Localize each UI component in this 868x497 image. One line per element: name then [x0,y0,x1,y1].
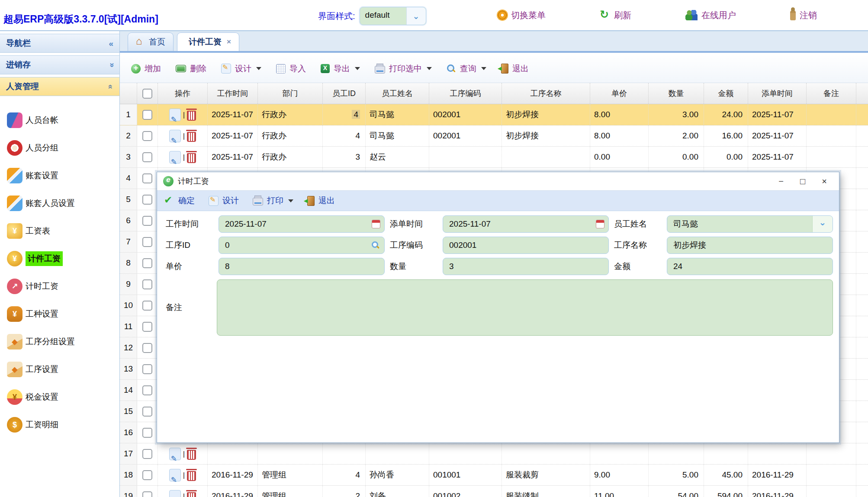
field-input[interactable]: 2025-11-07 [219,215,385,233]
toolbar-button[interactable]: 导入 [276,63,306,74]
row-checkbox[interactable] [142,364,152,374]
delete-icon[interactable] [187,132,196,142]
column-header[interactable]: 部门 [258,83,323,104]
caret-down-icon[interactable] [355,67,360,70]
row-checkbox[interactable] [142,237,152,247]
tab[interactable]: 计件工资 × [177,32,239,51]
row-checkbox[interactable] [142,301,152,311]
column-header[interactable]: 操作 [158,83,208,104]
field-icon[interactable] [372,220,380,228]
maximize-icon[interactable]: □ [794,176,811,186]
sidebar-item[interactable]: 人员台帐 [0,106,119,134]
sidebar-section-header[interactable]: 进销存 [0,55,119,74]
row-checkbox[interactable] [142,449,152,459]
sidebar-item[interactable]: 工资表 [0,217,119,245]
column-header[interactable]: 金额 [704,83,748,104]
edit-icon[interactable] [169,109,181,121]
sidebar-item[interactable]: 人员分组 [0,134,119,162]
table-row[interactable]: 18 | 2016-11-29 管理组 4 孙尚香 001001 服装裁剪 9.… [120,465,868,486]
field-input[interactable]: 2025-11-07 [443,215,609,233]
field-input[interactable]: 8 [219,258,385,275]
caret-down-icon[interactable] [481,67,486,70]
delete-icon[interactable] [187,450,196,460]
column-header[interactable]: 工序编码 [429,83,502,104]
field-input[interactable]: 司马懿 [667,215,833,233]
toolbar-button[interactable]: 删除 [176,63,206,74]
table-row[interactable]: 19 | 2016-11-29 管理组 2 刘备 001002 服装缝制 11.… [120,486,868,497]
chevron-down-icon[interactable]: ⌄ [406,7,426,25]
sidebar-item[interactable]: 工资明细 [0,411,119,439]
table-row[interactable]: 3 | 2025-11-07 行政办 3 赵云 0.00 0.00 0.0 [120,147,868,168]
field-icon[interactable] [371,241,380,250]
row-checkbox[interactable] [142,385,152,395]
delete-icon[interactable] [187,471,196,481]
column-header[interactable]: 员工ID [323,83,366,104]
tab[interactable]: 首页 [128,32,174,51]
remark-textarea[interactable] [217,279,833,336]
field-input[interactable]: 002001 [443,237,609,254]
close-icon[interactable]: × [816,176,833,186]
dialog-toolbar-button[interactable]: 退出 [307,195,335,206]
field-input[interactable]: 3 [443,258,609,275]
edit-icon[interactable] [169,130,181,142]
toolbar-button[interactable]: 增加 [131,63,161,74]
delete-icon[interactable] [187,492,196,497]
column-header[interactable]: 工作时间 [208,83,258,104]
toolbar-button[interactable]: 查询 [447,63,486,74]
top-menu-item[interactable]: 切换菜单 [498,10,546,21]
sidebar-item[interactable]: 账套设置 [0,162,119,189]
dialog-toolbar-button[interactable]: 打印 [253,195,293,206]
table-row[interactable]: 1 | 2025-11-07 行政办 4 司马懿 002001 初步焊接 8.0… [120,104,868,125]
chevron-icon[interactable] [109,83,113,91]
field-input[interactable]: 0 [219,237,385,254]
sidebar-section-header[interactable]: 导航栏 [0,34,119,53]
field-input[interactable]: 初步焊接 [667,237,833,254]
tab-close-icon[interactable]: × [227,38,231,46]
column-header[interactable]: 备注 [807,83,856,104]
edit-icon[interactable] [169,490,181,497]
chevron-icon[interactable] [109,61,113,69]
column-header[interactable]: 单价 [590,83,649,104]
caret-down-icon[interactable] [427,67,432,70]
minimize-icon[interactable]: − [772,176,790,186]
field-input[interactable]: 24 [667,258,833,275]
sidebar-item[interactable]: 工序分组设置 [0,328,119,356]
caret-down-icon[interactable] [256,67,261,70]
delete-icon[interactable] [187,153,196,163]
delete-icon[interactable] [187,111,196,121]
toolbar-button[interactable]: 打印选中 [375,63,432,74]
row-checkbox[interactable] [142,407,152,417]
row-checkbox[interactable] [142,343,152,353]
top-menu-item[interactable]: 注销 [790,10,817,21]
interface-style-select[interactable]: default ⌄ [360,7,426,25]
top-menu-item[interactable]: 在线用户 [685,10,736,21]
sidebar-item[interactable]: 计时工资 [0,273,119,300]
sidebar-item[interactable]: 账套人员设置 [0,189,119,217]
row-checkbox[interactable] [142,131,152,141]
row-checkbox[interactable] [142,470,152,480]
row-checkbox[interactable] [142,195,152,205]
row-checkbox[interactable] [142,428,152,438]
row-checkbox[interactable] [142,110,152,120]
edit-icon[interactable] [169,448,181,460]
sidebar-section-header[interactable]: 人资管理 [0,77,119,96]
sidebar-item[interactable]: 工序设置 [0,356,119,383]
chevron-icon[interactable] [109,39,113,48]
row-checkbox[interactable] [142,279,152,289]
row-checkbox[interactable] [142,216,152,226]
toolbar-button[interactable]: 退出 [501,63,529,74]
column-header[interactable]: 员工姓名 [366,83,429,104]
row-checkbox[interactable] [142,258,152,268]
field-icon[interactable] [596,220,604,228]
sidebar-item[interactable]: 税金设置 [0,383,119,411]
row-checkbox[interactable] [142,173,152,183]
sidebar-item[interactable]: 计件工资 [0,245,119,273]
edit-icon[interactable] [169,151,181,164]
dialog-toolbar-button[interactable]: 设计 [209,195,239,206]
row-checkbox[interactable] [142,491,152,497]
row-checkbox[interactable] [142,152,152,162]
sidebar-item[interactable]: 工种设置 [0,300,119,328]
row-checkbox[interactable] [142,322,152,332]
top-menu-item[interactable]: 刷新 [600,10,631,21]
toolbar-button[interactable]: 导出 [321,63,360,74]
